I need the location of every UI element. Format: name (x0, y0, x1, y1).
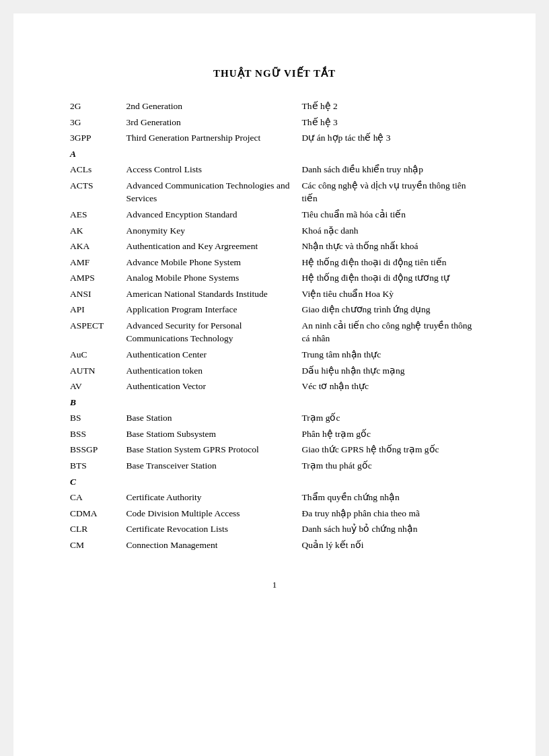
table-row: AMFAdvance Mobile Phone SystemHệ thống đ… (67, 254, 482, 271)
page-number: 1 (67, 580, 482, 590)
table-row: APIApplication Program InterfaceGiao diệ… (67, 302, 482, 318)
table-row: AMPSAnalog Mobile Phone SystemsHệ thống … (67, 270, 482, 286)
table-row: 3G3rd GenerationThế hệ 3 (67, 114, 482, 131)
page: THUẬT NGỮ VIẾT TẮT 2G2nd GenerationThế h… (13, 13, 536, 756)
abbr-cell: AES (67, 207, 124, 223)
full-form-cell: Authentication Center (124, 347, 299, 363)
section-header-row: A (67, 146, 482, 162)
vietnamese-cell: Thế hệ 3 (299, 114, 482, 131)
table-row: AKAnonymity KeyKhoá nặc danh (67, 223, 482, 239)
abbr-cell: 3GPP (67, 130, 124, 146)
section-letter: C (67, 474, 482, 490)
table-row: CMConnection ManagementQuản lý kết nối (67, 537, 482, 553)
full-form-cell: Advanced Encyption Standard (124, 207, 299, 223)
vietnamese-cell: Trung tâm nhận thực (299, 347, 482, 363)
abbr-cell: BS (67, 410, 124, 426)
table-row: BSBase StationTrạm gốc (67, 410, 482, 426)
vietnamese-cell: Phân hệ trạm gốc (299, 426, 482, 442)
abbr-cell: AKA (67, 238, 124, 254)
full-form-cell: Connection Management (124, 537, 299, 553)
abbr-cell: API (67, 302, 124, 318)
table-row: BTSBase Transceiver StationTrạm thu phát… (67, 458, 482, 474)
vietnamese-cell: Thế hệ 2 (299, 98, 482, 114)
full-form-cell: Application Program Interface (124, 302, 299, 318)
abbr-cell: CLR (67, 521, 124, 537)
full-form-cell: Advanced Communication Technologies and … (124, 178, 299, 207)
full-form-cell: Third Generation Partnership Project (124, 130, 299, 146)
abbr-cell: ACTS (67, 178, 124, 207)
full-form-cell: Base Station System GPRS Protocol (124, 442, 299, 458)
full-form-cell: Certificate Authority (124, 489, 299, 506)
full-form-cell: Code Division Multiple Access (124, 506, 299, 522)
full-form-cell: Base Station (124, 410, 299, 426)
table-row: 2G2nd GenerationThế hệ 2 (67, 98, 482, 114)
vietnamese-cell: Viện tiêu chuẩn Hoa Kỳ (299, 286, 482, 302)
section-header-row: C (67, 474, 482, 490)
abbr-cell: AMPS (67, 270, 124, 286)
vietnamese-cell: Dự án hợp tác thế hệ 3 (299, 130, 482, 146)
abbr-cell: 2G (67, 98, 124, 114)
vietnamese-cell: Khoá nặc danh (299, 223, 482, 239)
abbr-cell: CDMA (67, 506, 124, 522)
page-title: THUẬT NGỮ VIẾT TẮT (67, 67, 482, 79)
table-row: AuCAuthentication CenterTrung tâm nhận t… (67, 347, 482, 363)
table-row: ANSIAmerican National Standards Institud… (67, 286, 482, 302)
vietnamese-cell: Danh sách huỷ bỏ chứng nhận (299, 521, 482, 537)
table-row: ACLsAccess Control ListsDanh sách điều k… (67, 162, 482, 178)
full-form-cell: American National Standards Institude (124, 286, 299, 302)
section-letter: A (67, 146, 482, 162)
table-row: ACTSAdvanced Communication Technologies … (67, 178, 482, 207)
table-row: BSSGPBase Station System GPRS ProtocolGi… (67, 442, 482, 458)
vietnamese-cell: Giao thức GPRS hệ thống trạm gốc (299, 442, 482, 458)
table-row: CDMACode Division Multiple AccessĐa truy… (67, 506, 482, 522)
full-form-cell: 3rd Generation (124, 114, 299, 131)
vietnamese-cell: Nhận thực và thống nhất khoá (299, 238, 482, 254)
vietnamese-cell: Thẩm quyền chứng nhận (299, 489, 482, 506)
full-form-cell: Advance Mobile Phone System (124, 254, 299, 271)
table-row: BSSBase Statiom SubsystemPhân hệ trạm gố… (67, 426, 482, 442)
full-form-cell: Advanced Security for Personal Communica… (124, 318, 299, 347)
vietnamese-cell: Đa truy nhập phân chia theo mã (299, 506, 482, 522)
full-form-cell: Anonymity Key (124, 223, 299, 239)
abbr-cell: ACLs (67, 162, 124, 178)
abbr-cell: AK (67, 223, 124, 239)
abbr-cell: CA (67, 489, 124, 506)
abbr-cell: ASPECT (67, 318, 124, 347)
abbr-cell: BSS (67, 426, 124, 442)
vietnamese-cell: Trạm gốc (299, 410, 482, 426)
section-letter: B (67, 394, 482, 411)
vietnamese-cell: Hệ thống điện thoại di động tương tự (299, 270, 482, 286)
vietnamese-cell: Danh sách điều khiển truy nhập (299, 162, 482, 178)
vietnamese-cell: Quản lý kết nối (299, 537, 482, 553)
table-row: AKAAuthentication and Key ArgreementNhận… (67, 238, 482, 254)
table-row: AESAdvanced Encyption StandardTiêu chuẩn… (67, 207, 482, 223)
vietnamese-cell: Hệ thống điện thoại di động tiên tiến (299, 254, 482, 271)
vietnamese-cell: An ninh cải tiến cho công nghệ truyền th… (299, 318, 482, 347)
table-row: CACertificate AuthorityThẩm quyền chứng … (67, 489, 482, 506)
full-form-cell: Analog Mobile Phone Systems (124, 270, 299, 286)
abbr-cell: ANSI (67, 286, 124, 302)
full-form-cell: Access Control Lists (124, 162, 299, 178)
vietnamese-cell: Dấu hiệu nhận thực mạng (299, 363, 482, 379)
vietnamese-cell: Trạm thu phát gốc (299, 458, 482, 474)
vietnamese-cell: Các công nghệ và dịch vụ truyền thông ti… (299, 178, 482, 207)
abbr-cell: AUTN (67, 363, 124, 379)
vietnamese-cell: Véc tơ nhận thực (299, 378, 482, 394)
full-form-cell: Authentication token (124, 363, 299, 379)
abbr-cell: AuC (67, 347, 124, 363)
table-row: ASPECTAdvanced Security for Personal Com… (67, 318, 482, 347)
vietnamese-cell: Giao diện chương trình ứng dụng (299, 302, 482, 318)
abbr-cell: BTS (67, 458, 124, 474)
vietnamese-cell: Tiêu chuẩn mã hóa cải tiến (299, 207, 482, 223)
abbr-cell: CM (67, 537, 124, 553)
table-row: CLRCertificate Revocation ListsDanh sách… (67, 521, 482, 537)
abbreviation-table: 2G2nd GenerationThế hệ 23G3rd Generation… (67, 98, 482, 553)
table-row: AUTNAuthentication token Dấu hiệu nhận t… (67, 363, 482, 379)
abbr-cell: BSSGP (67, 442, 124, 458)
full-form-cell: Authentication Vector (124, 378, 299, 394)
section-header-row: B (67, 394, 482, 411)
full-form-cell: Base Statiom Subsystem (124, 426, 299, 442)
full-form-cell: Certificate Revocation Lists (124, 521, 299, 537)
abbr-cell: AV (67, 378, 124, 394)
table-row: AVAuthentication VectorVéc tơ nhận thực (67, 378, 482, 394)
